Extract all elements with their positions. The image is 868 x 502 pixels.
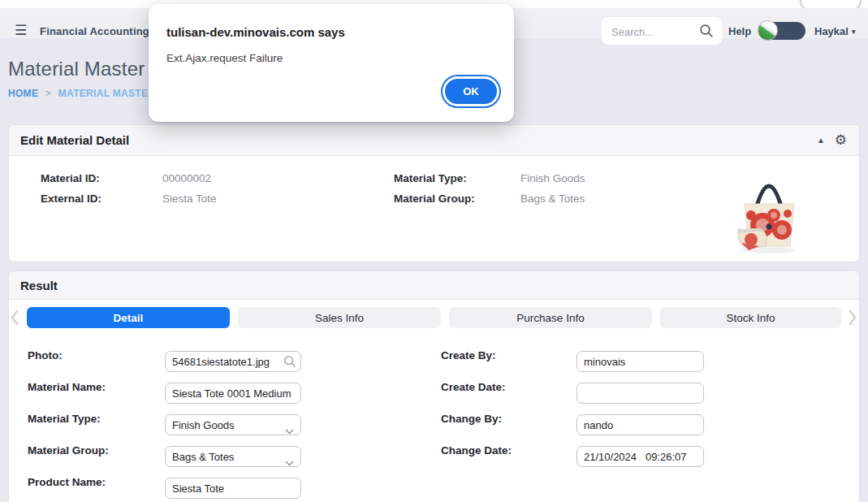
chevron-down-icon <box>285 455 294 470</box>
change-date-label: Change Date: <box>441 444 512 457</box>
tab-purchase-info[interactable]: Purchase Info <box>449 307 652 328</box>
tab-stock-info[interactable]: Stock Info <box>660 307 841 328</box>
hamburger-menu-icon[interactable]: ☰ <box>15 22 27 40</box>
change-by-input[interactable] <box>577 414 704 435</box>
photo-label: Photo: <box>28 349 63 361</box>
external-id-label: External ID: <box>41 193 101 205</box>
product-photo-tote-bag <box>727 162 812 256</box>
material-group-select-value: Bags & Totes <box>172 451 234 463</box>
edit-panel-header: Edit Material Detail ▲ ⚙ <box>9 125 859 156</box>
material-id-label: Material ID: <box>41 172 100 184</box>
material-type-label: Material Type: <box>394 172 467 184</box>
material-type-value: Finish Goods <box>520 172 585 184</box>
create-by-label: Create By: <box>441 349 496 361</box>
search-box[interactable] <box>602 17 722 45</box>
app-title: Financial Accounting <box>40 25 149 37</box>
dialog-message: Ext.Ajax.request Failure <box>166 52 283 64</box>
material-type-select[interactable]: Finish Goods <box>165 414 301 435</box>
create-by-input[interactable] <box>577 351 704 372</box>
chevron-down-icon: ▾ <box>852 28 856 36</box>
photo-search-icon[interactable] <box>283 355 296 371</box>
product-name-input[interactable] <box>165 478 301 499</box>
help-link[interactable]: Help <box>728 25 751 37</box>
search-icon[interactable] <box>699 24 714 41</box>
photo-input[interactable] <box>165 351 301 372</box>
create-date-label: Create Date: <box>441 381 506 393</box>
change-by-label: Change By: <box>441 413 502 425</box>
breadcrumb-separator: > <box>45 88 51 99</box>
tabs-scroll-left-icon[interactable] <box>8 307 21 328</box>
search-input[interactable] <box>610 23 698 41</box>
user-menu[interactable]: Haykal▾ <box>814 25 855 37</box>
app-screen: ☰ Financial Accounting Help Haykal▾ Mate… <box>0 0 868 502</box>
material-type-form-label: Material Type: <box>28 413 101 425</box>
breadcrumb-home[interactable]: HOME <box>8 88 38 99</box>
change-date-input[interactable] <box>577 446 704 467</box>
create-date-input[interactable] <box>577 383 704 404</box>
product-name-label: Product Name: <box>28 476 106 488</box>
dialog-ok-button[interactable]: OK <box>445 79 497 104</box>
language-toggle[interactable] <box>760 22 805 40</box>
result-panel-title: Result <box>20 279 58 292</box>
globe-flag-icon <box>758 20 778 41</box>
material-group-select[interactable]: Bags & Totes <box>165 446 301 467</box>
material-name-input[interactable] <box>165 383 301 404</box>
user-name: Haykal <box>814 25 849 37</box>
tabs-scroll-right-icon[interactable] <box>846 307 859 328</box>
material-name-label: Material Name: <box>28 381 106 393</box>
result-panel: Result <box>8 270 860 502</box>
gear-icon[interactable]: ⚙ <box>835 132 847 149</box>
external-id-value: Siesta Tote <box>162 193 217 205</box>
material-group-form-label: Material Group: <box>28 444 109 457</box>
browser-alert-dialog: tulisan-dev.minovais.com says Ext.Ajax.r… <box>149 4 514 122</box>
material-group-label: Material Group: <box>394 193 475 205</box>
dialog-title: tulisan-dev.minovais.com says <box>166 25 345 39</box>
material-id-value: 00000002 <box>162 172 211 184</box>
material-type-select-value: Finish Goods <box>172 419 235 431</box>
result-panel-header: Result <box>9 271 859 300</box>
edit-panel-title: Edit Material Detail <box>20 133 129 147</box>
tab-detail[interactable]: Detail <box>27 307 230 328</box>
collapse-panel-icon[interactable]: ▲ <box>817 136 825 145</box>
tab-sales-info[interactable]: Sales Info <box>238 307 441 328</box>
chevron-down-icon <box>285 423 294 438</box>
material-group-value: Bags & Totes <box>520 193 585 205</box>
